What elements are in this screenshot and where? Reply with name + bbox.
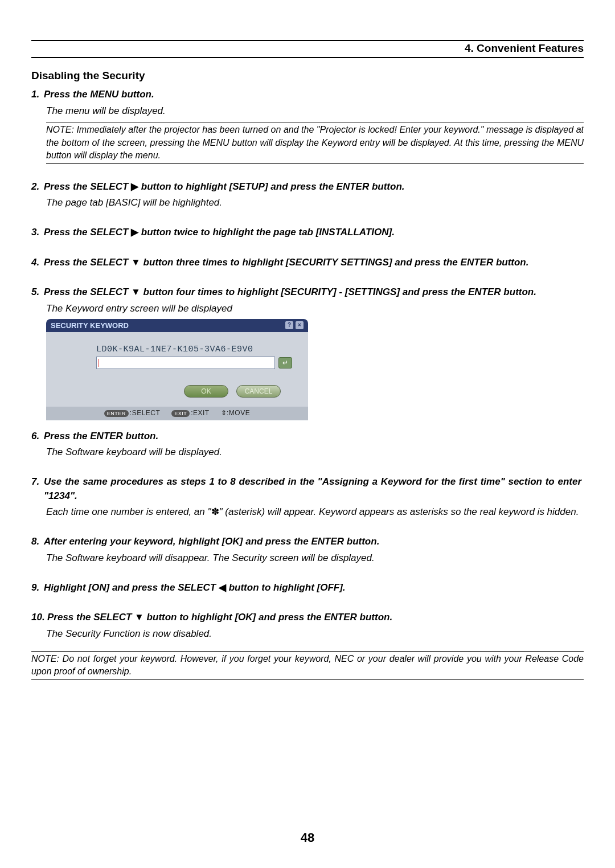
step-title: Press the SELECT ▼ button to highlight […: [47, 611, 581, 625]
asterisk-icon: ✽: [211, 506, 219, 517]
note-box: NOTE: Immediately after the projector ha…: [46, 122, 584, 163]
step-title: After entering your keyword, highlight […: [44, 535, 581, 549]
down-arrow-icon: ▼: [131, 286, 141, 297]
step-title: Use the same procedures as steps 1 to 8 …: [44, 475, 581, 503]
step-number: 10.: [31, 611, 47, 625]
keyword-input[interactable]: [96, 357, 275, 369]
ok-button[interactable]: OK: [184, 385, 228, 398]
text: Each time one number is entered, an ": [46, 506, 211, 517]
step-title: Press the MENU button.: [44, 88, 581, 102]
enter-pill: ENTER: [104, 410, 129, 417]
step-number: 4.: [31, 256, 44, 270]
step-title: Highlight [ON] and press the SELECT ◀ bu…: [44, 581, 581, 595]
text: Press the SELECT: [47, 612, 134, 623]
step-number: 5.: [31, 285, 44, 300]
text: Press the SELECT: [44, 257, 131, 268]
step-note: The Software keyboard will disappear. Th…: [46, 551, 584, 565]
right-arrow-icon: ▶: [131, 181, 138, 192]
step-5: 5.Press the SELECT ▼ button four times t…: [31, 285, 584, 420]
section-title: Disabling the Security: [31, 69, 584, 82]
step-number: 6.: [31, 429, 44, 444]
step-number: 8.: [31, 535, 44, 549]
step-number: 1.: [31, 88, 44, 102]
text: Press the SELECT: [44, 286, 131, 297]
step-note: The Keyword entry screen will be display…: [46, 302, 584, 316]
step-note: Each time one number is entered, an "✽" …: [46, 505, 584, 519]
step-note: The page tab [BASIC] will be highlighted…: [46, 196, 584, 210]
exit-label: :EXIT: [191, 409, 210, 417]
down-arrow-icon: ▼: [131, 257, 141, 268]
move-label: :MOVE: [227, 409, 250, 417]
step-9: 9.Highlight [ON] and press the SELECT ◀ …: [31, 581, 584, 595]
cancel-button[interactable]: CANCEL: [236, 385, 281, 398]
right-arrow-icon: ▶: [131, 227, 138, 238]
down-arrow-icon: ▼: [134, 612, 144, 623]
left-arrow-icon: ◀: [219, 582, 226, 593]
text: button to highlight [OK] and press the E…: [144, 612, 392, 623]
step-title: Press the SELECT ▼ button four times to …: [44, 285, 581, 300]
enter-key-icon[interactable]: [278, 357, 292, 369]
step-7: 7.Use the same procedures as steps 1 to …: [31, 475, 584, 519]
text: button to highlight [OFF].: [226, 582, 346, 593]
text: Press the SELECT: [44, 181, 131, 192]
final-note: NOTE: Do not forget your keyword. Howeve…: [31, 651, 584, 680]
chapter-header: 4. Convenient Features: [31, 40, 584, 58]
step-1: 1.Press the MENU button. The menu will b…: [31, 88, 584, 164]
help-icon[interactable]: ?: [285, 321, 293, 329]
step-number: 2.: [31, 180, 44, 194]
close-icon[interactable]: ×: [296, 321, 304, 329]
text: button four times to highlight [SECURITY…: [141, 286, 536, 297]
step-8: 8.After entering your keyword, highlight…: [31, 535, 584, 564]
dialog-footer: ENTER:SELECT EXIT:EXIT ⇕:MOVE: [46, 407, 308, 420]
security-keyword-dialog: SECURITY KEYWORD ? × LD0K-K9AL-1NE7-K105…: [46, 319, 308, 420]
step-6: 6.Press the ENTER button. The Software k…: [31, 429, 584, 459]
enter-label: :SELECT: [130, 409, 161, 417]
step-number: 7.: [31, 475, 44, 489]
exit-pill: EXIT: [171, 410, 190, 417]
dialog-titlebar: SECURITY KEYWORD ? ×: [46, 319, 308, 332]
step-10: 10.Press the SELECT ▼ button to highligh…: [31, 611, 584, 640]
step-number: 3.: [31, 226, 44, 240]
step-title: Press the SELECT ▶ button twice to highl…: [44, 226, 581, 240]
step-number: 9.: [31, 581, 44, 595]
text: button to highlight [SETUP] and press th…: [138, 181, 404, 192]
dialog-title: SECURITY KEYWORD: [51, 321, 129, 330]
step-title: Press the SELECT ▶ button to highlight […: [44, 180, 581, 194]
step-note: The menu will be displayed.: [46, 104, 584, 118]
step-note: The Security Function is now disabled.: [46, 627, 584, 641]
step-note: The Software keyboard will be displayed.: [46, 445, 584, 459]
updown-icon: ⇕: [221, 409, 227, 417]
text: button twice to highlight the page tab […: [138, 227, 395, 238]
text: Press the SELECT: [44, 227, 131, 238]
step-title: Press the ENTER button.: [44, 429, 581, 444]
security-code: LD0K-K9AL-1NE7-K105-3VA6-E9V0: [96, 345, 292, 354]
step-2: 2.Press the SELECT ▶ button to highlight…: [31, 180, 584, 210]
text: button three times to highlight [SECURIT…: [141, 257, 529, 268]
step-3: 3.Press the SELECT ▶ button twice to hig…: [31, 226, 584, 240]
text: " (asterisk) will appear. Keyword appear…: [219, 506, 579, 517]
dialog-body: LD0K-K9AL-1NE7-K105-3VA6-E9V0 OK CANCEL: [46, 332, 308, 407]
step-4: 4.Press the SELECT ▼ button three times …: [31, 256, 584, 270]
text: Highlight [ON] and press the SELECT: [44, 582, 219, 593]
page-number: 48: [0, 830, 615, 845]
step-title: Press the SELECT ▼ button three times to…: [44, 256, 581, 270]
